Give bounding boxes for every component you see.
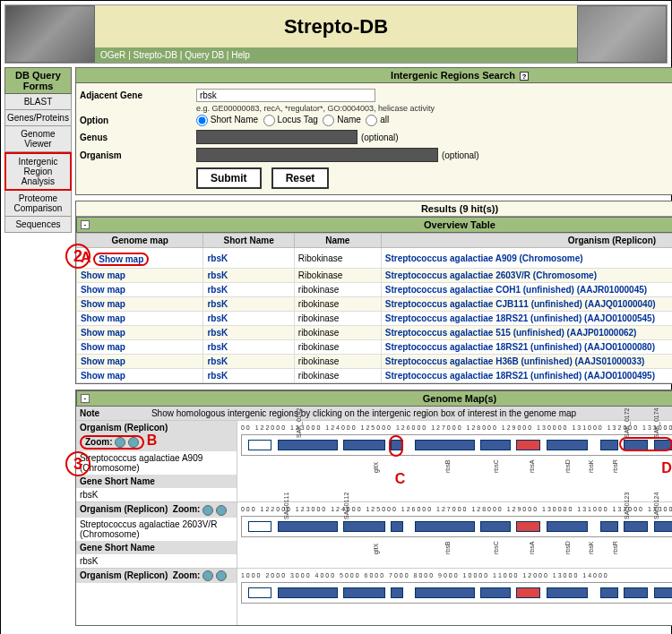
col-short-name: Short Name — [203, 234, 294, 248]
sidebar-item-proteome[interactable]: Proteome Comparison — [4, 191, 72, 217]
genome-map-block: Organism (Replicon) Zoom: BStreptococcus… — [76, 420, 672, 501]
nav-oger[interactable]: OGeR — [100, 50, 125, 60]
show-map-link[interactable]: Show map — [81, 342, 125, 352]
genome-track[interactable]: SAG0111SAG0112SAG0123SAG0124SAG0125gltXr… — [241, 516, 672, 537]
sidebar-item-sequences[interactable]: Sequences — [4, 217, 72, 233]
organism-link[interactable]: Streptococcus agalactiae 18RS21 (unfinis… — [385, 342, 655, 352]
help-icon[interactable]: ? — [520, 72, 529, 81]
col-genome-map: Genome map — [76, 234, 203, 248]
genome-map-block: Organism (Replicon) Zoom: Streptococcus … — [76, 501, 672, 567]
short-name-link[interactable]: rbsK — [207, 313, 228, 323]
genome-map-block: Organism (Replicon) Zoom: top |↑1000 200… — [76, 568, 672, 625]
radio-locustag[interactable] — [263, 115, 275, 126]
radio-name[interactable] — [323, 115, 334, 126]
genome-track[interactable]: SAK_0142SAK_0172SAK_0174SAK_0175gltXrbsB… — [241, 434, 672, 456]
organism-link[interactable]: Streptococcus agalactiae 2603V/R (Chromo… — [385, 270, 597, 280]
nav-query[interactable]: Query DB — [185, 50, 224, 60]
table-row: Show maprbsKribokinaseStreptococcus agal… — [76, 326, 672, 340]
collapse-icon-gm[interactable]: - — [81, 394, 90, 403]
short-name-link[interactable]: rbsK — [207, 253, 228, 263]
nav-help[interactable]: Help — [231, 50, 250, 60]
show-map-link[interactable]: Show map — [81, 356, 125, 366]
organism-optional: (optional) — [442, 150, 479, 160]
show-map-link[interactable]: Show map — [81, 371, 125, 381]
genus-optional: (optional) — [361, 133, 399, 142]
show-map-link[interactable]: Show map — [81, 328, 125, 338]
genus-select[interactable] — [196, 130, 358, 144]
short-name-link[interactable]: rbsK — [207, 356, 228, 366]
adjacent-gene-label: Adjacent Gene — [80, 90, 196, 100]
organism-link[interactable]: Streptococcus agalactiae CJB111 (unfinis… — [385, 299, 656, 309]
genome-track[interactable] — [241, 582, 672, 604]
genome-maps-header: - Genome Map(s) top |↑ — [76, 390, 672, 407]
zoom-out-icon[interactable] — [216, 570, 227, 581]
adjacent-gene-hint: e.g. GE00000083, recA, *regulator*, GO:0… — [80, 104, 672, 113]
nav-strepto[interactable]: Strepto-DB — [134, 50, 177, 60]
organism-link[interactable]: Streptococcus agalactiae A909 (Chromosom… — [385, 253, 583, 263]
organism-label: Organism — [80, 150, 196, 160]
gm-note-text: Show homologous intergenic regions by cl… — [151, 408, 576, 418]
short-name-value: rbsK — [76, 554, 237, 568]
organism-select[interactable] — [196, 148, 438, 162]
short-name-link[interactable]: rbsK — [207, 270, 228, 280]
zoom-in-icon[interactable] — [202, 505, 213, 516]
collapse-icon[interactable]: - — [81, 220, 90, 229]
option-label: Option — [80, 116, 196, 125]
org-rep-label: Organism (Replicon) — [80, 570, 168, 580]
col-organism: Organism (Replicon) — [381, 234, 672, 248]
sidebar-item-blast[interactable]: BLAST — [4, 94, 72, 110]
name-cell: ribokinase — [294, 312, 381, 326]
table-row: Show maprbsKribokinaseStreptococcus agal… — [76, 340, 672, 355]
zoom-label: Zoom: — [173, 570, 201, 580]
organism-link[interactable]: Streptococcus agalactiae H36B (unfinishe… — [385, 356, 645, 366]
org-rep-label: Organism (Replicon) — [80, 504, 168, 514]
name-cell: ribokinase — [294, 355, 381, 369]
zoom-in-icon[interactable] — [115, 437, 125, 448]
zoom-label: Zoom: — [173, 504, 201, 514]
short-name-link[interactable]: rbsK — [207, 299, 228, 309]
radio-shortname[interactable] — [196, 115, 208, 126]
name-cell: Ribokinase — [294, 269, 381, 283]
short-name-link[interactable]: rbsK — [207, 342, 228, 352]
organism-link[interactable]: Streptococcus agalactiae COH1 (unfinishe… — [385, 285, 647, 295]
show-map-link[interactable]: Show map — [81, 313, 125, 323]
zoom-out-icon[interactable] — [216, 505, 227, 516]
zoom-label: Zoom: — [85, 437, 113, 447]
annotation-3: 3 — [65, 451, 90, 476]
name-cell: ribokinase — [294, 297, 381, 312]
organism-link[interactable]: Streptococcus agalactiae 18RS21 (unfinis… — [385, 313, 655, 323]
annotation-d-oval — [619, 437, 672, 451]
name-cell: ribokinase — [294, 283, 381, 297]
short-name-link[interactable]: rbsK — [207, 371, 228, 381]
organism-link[interactable]: Streptococcus agalactiae 515 (unfinished… — [385, 328, 637, 338]
zoom-in-icon[interactable] — [202, 570, 213, 581]
ruler: 1000 2000 3000 4000 5000 6000 7000 8000 … — [241, 572, 672, 578]
adjacent-gene-input[interactable] — [196, 89, 375, 102]
header-nav: OGeR | Strepto-DB | Query DB | Help — [95, 47, 577, 63]
reset-button[interactable]: Reset — [271, 167, 330, 189]
sidebar-item-intergenic[interactable]: Intergenic Region Analysis — [4, 152, 72, 191]
show-map-link[interactable]: Show map — [99, 254, 143, 264]
show-map-link[interactable]: Show map — [81, 285, 125, 295]
sidebar-item-genes[interactable]: Genes/Proteins — [4, 110, 72, 126]
table-row: Show maprbsKribokinaseStreptococcus agal… — [76, 369, 672, 383]
show-map-link[interactable]: Show map — [81, 299, 125, 309]
organism-link[interactable]: Streptococcus agalactiae 18RS21 (unfinis… — [385, 371, 655, 381]
show-map-link[interactable]: Show map — [81, 270, 125, 280]
col-name: Name — [294, 234, 381, 248]
annotation-2: 2 — [65, 244, 90, 269]
table-row: Show maprbsKribokinaseStreptococcus agal… — [76, 355, 672, 369]
sidebar-item-genome-viewer[interactable]: Genome Viewer — [4, 126, 72, 152]
table-row: Show maprbsKribokinaseStreptococcus agal… — [76, 297, 672, 312]
short-name-link[interactable]: rbsK — [207, 328, 228, 338]
short-label: Gene Short Name — [76, 541, 237, 554]
short-name-link[interactable]: rbsK — [207, 285, 228, 295]
annotation-d: D — [661, 460, 672, 476]
overview-header: - Overview Table top |↑ — [76, 217, 672, 233]
results-table: Genome map Short Name Name Organism (Rep… — [76, 233, 672, 383]
zoom-out-icon[interactable] — [128, 437, 139, 448]
short-name-value: rbsK — [76, 488, 237, 501]
radio-all[interactable] — [366, 115, 377, 126]
submit-button[interactable]: Submit — [196, 167, 262, 189]
name-cell: ribokinase — [294, 369, 381, 383]
